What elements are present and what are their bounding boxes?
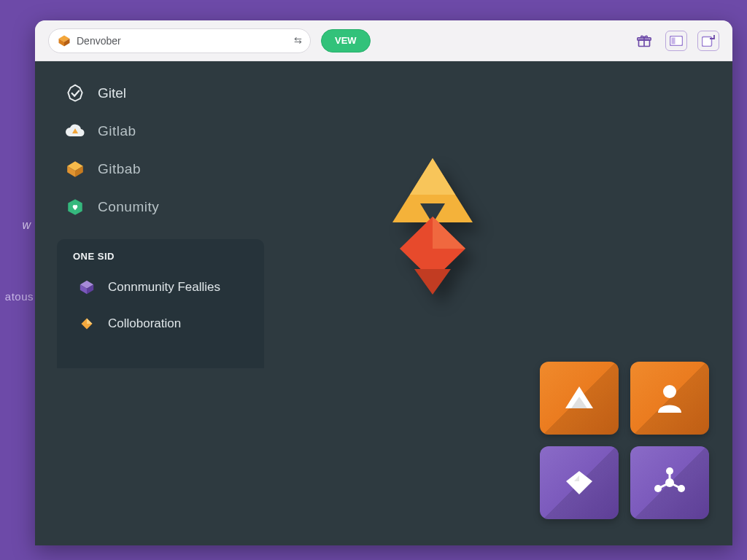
main-area	[276, 61, 732, 545]
heart-tile[interactable]	[540, 446, 619, 519]
triangle-up-icon	[562, 384, 596, 413]
svg-point-36	[654, 485, 662, 492]
section-item-community-features[interactable]: Connmunity Feallies	[70, 272, 254, 303]
section-list: Connmunity Feallies Colloboration	[70, 272, 254, 339]
svg-point-33	[665, 478, 674, 487]
popup-icon[interactable]	[697, 31, 719, 51]
nav-list: Gitel Gitlab Gitbab	[57, 77, 264, 223]
view-button-label: VEW	[335, 35, 357, 46]
view-button[interactable]: VEW	[321, 29, 371, 52]
address-bar[interactable]: Denvober ⇆	[48, 28, 311, 53]
sidebar-item-gitel[interactable]: Gitel	[57, 77, 264, 109]
hex-heart-icon	[64, 196, 86, 218]
section-item-label: Connmunity Feallies	[108, 280, 220, 295]
triangle-tile[interactable]	[540, 362, 619, 435]
svg-marker-28	[566, 471, 592, 494]
brand-logo	[363, 152, 502, 316]
sidebar-item-label: Gitel	[98, 85, 126, 101]
toolbar: Denvober ⇆ VEW	[35, 20, 732, 61]
section-item-collaboration[interactable]: Colloboration	[70, 308, 254, 339]
content-area: Gitel Gitlab Gitbab	[35, 61, 732, 545]
svg-marker-18	[87, 319, 93, 324]
svg-rect-7	[672, 37, 676, 44]
svg-marker-20	[410, 158, 455, 195]
sidebar-item-community[interactable]: Conumity	[57, 191, 264, 223]
svg-marker-24	[414, 269, 451, 295]
gift-icon[interactable]	[633, 31, 655, 51]
strip-text-w: w	[22, 219, 31, 232]
nodes-tile[interactable]	[630, 446, 709, 519]
purple-cube-icon	[77, 278, 96, 297]
sidebar-item-label: Gitlab	[98, 123, 136, 139]
box-icon	[64, 158, 86, 180]
network-icon	[653, 466, 686, 499]
address-cube-icon	[58, 34, 71, 47]
section-title: ONE SID	[73, 251, 254, 262]
person-tile[interactable]	[630, 362, 709, 435]
svg-point-35	[678, 485, 685, 492]
section-panel: ONE SID Connmunity Feallies Colloboratio…	[57, 239, 264, 368]
svg-point-27	[663, 385, 676, 398]
app-tiles	[540, 362, 709, 519]
person-icon	[655, 382, 684, 414]
sidebar-item-gitlab[interactable]: Gitlab	[57, 115, 264, 147]
address-arrows-icon[interactable]: ⇆	[294, 35, 301, 46]
sidebar-item-gitbab[interactable]: Gitbab	[57, 153, 264, 185]
section-item-label: Colloboration	[108, 316, 181, 331]
sidebar-item-label: Conumity	[98, 199, 159, 215]
sidebar: Gitel Gitlab Gitbab	[35, 61, 276, 545]
check-badge-icon	[64, 82, 86, 104]
svg-point-34	[666, 467, 673, 475]
heart-diamond-icon	[563, 468, 595, 497]
cloud-icon	[64, 120, 86, 142]
outer-purple-strip: w atous	[0, 0, 35, 560]
sidebar-item-label: Gitbab	[98, 161, 141, 177]
app-window: ☷ ≡ ⚑ ⇪ ○ | • Denvober ⇆ VEW	[35, 20, 732, 545]
strip-text-atous: atous	[5, 290, 34, 303]
orange-diamond-icon	[77, 314, 96, 333]
address-text: Denvober	[77, 35, 121, 47]
panel-icon[interactable]	[665, 31, 687, 51]
